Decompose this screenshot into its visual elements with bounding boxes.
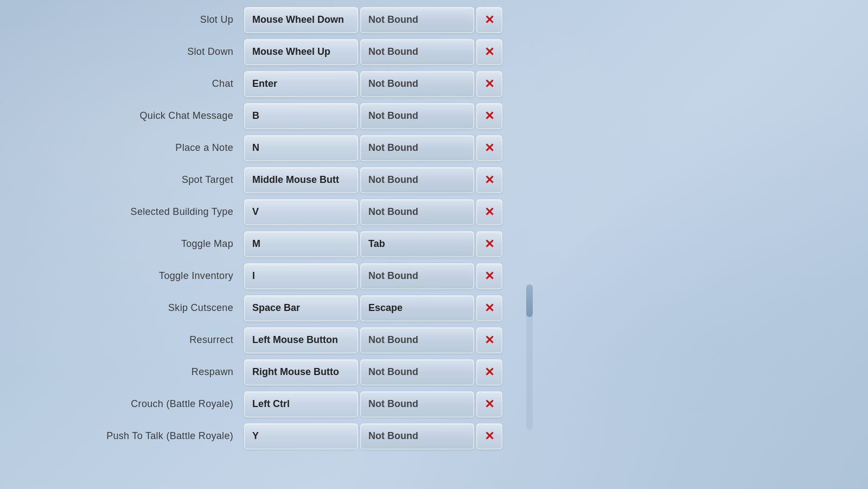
- keybind-row-toggle-inventory: Toggle InventoryINot Bound✕: [92, 261, 868, 291]
- action-label-spot-target: Spot Target: [92, 174, 244, 186]
- keybind-row-quick-chat-message: Quick Chat MessageBNot Bound✕: [92, 100, 868, 131]
- keybind-row-toggle-map: Toggle MapMTab✕: [92, 228, 868, 259]
- action-label-skip-cutscene: Skip Cutscene: [92, 302, 244, 314]
- secondary-binding-place-a-note[interactable]: Not Bound: [360, 135, 474, 161]
- primary-binding-spot-target[interactable]: Middle Mouse Butt: [244, 167, 358, 193]
- clear-button-slot-down[interactable]: ✕: [476, 39, 502, 65]
- action-label-crouch-battle-royale: Crouch (Battle Royale): [92, 398, 244, 410]
- x-icon: ✕: [484, 78, 494, 90]
- primary-binding-crouch-battle-royale[interactable]: Left Ctrl: [244, 391, 358, 417]
- x-icon: ✕: [484, 238, 494, 250]
- keybind-row-spot-target: Spot TargetMiddle Mouse ButtNot Bound✕: [92, 164, 868, 195]
- primary-binding-respawn[interactable]: Right Mouse Butto: [244, 359, 358, 385]
- x-icon: ✕: [484, 110, 494, 122]
- action-label-toggle-inventory: Toggle Inventory: [92, 270, 244, 282]
- keybind-row-resurrect: ResurrectLeft Mouse ButtonNot Bound✕: [92, 325, 868, 355]
- x-icon: ✕: [484, 14, 494, 26]
- clear-button-toggle-map[interactable]: ✕: [476, 231, 502, 257]
- primary-binding-resurrect[interactable]: Left Mouse Button: [244, 327, 358, 353]
- keybind-row-crouch-battle-royale: Crouch (Battle Royale)Left CtrlNot Bound…: [92, 389, 868, 420]
- clear-button-respawn[interactable]: ✕: [476, 359, 502, 385]
- primary-binding-toggle-inventory[interactable]: I: [244, 263, 358, 289]
- clear-button-toggle-inventory[interactable]: ✕: [476, 263, 502, 289]
- action-label-chat: Chat: [92, 78, 244, 90]
- clear-button-place-a-note[interactable]: ✕: [476, 135, 502, 161]
- x-icon: ✕: [484, 46, 494, 58]
- clear-button-quick-chat-message[interactable]: ✕: [476, 103, 502, 129]
- secondary-binding-resurrect[interactable]: Not Bound: [360, 327, 474, 353]
- x-icon: ✕: [484, 398, 494, 410]
- primary-binding-selected-building-type[interactable]: V: [244, 199, 358, 225]
- action-label-push-to-talk-battle-royale: Push To Talk (Battle Royale): [92, 430, 244, 442]
- keybind-table: Slot UpMouse Wheel DownNot Bound✕Slot Do…: [92, 0, 868, 489]
- clear-button-selected-building-type[interactable]: ✕: [476, 199, 502, 225]
- keybind-row-push-to-talk-battle-royale: Push To Talk (Battle Royale)YNot Bound✕: [92, 421, 868, 452]
- secondary-binding-slot-up[interactable]: Not Bound: [360, 7, 474, 33]
- primary-binding-slot-down[interactable]: Mouse Wheel Up: [244, 39, 358, 65]
- primary-binding-chat[interactable]: Enter: [244, 71, 358, 97]
- primary-binding-push-to-talk-battle-royale[interactable]: Y: [244, 423, 358, 449]
- secondary-binding-toggle-inventory[interactable]: Not Bound: [360, 263, 474, 289]
- clear-button-spot-target[interactable]: ✕: [476, 167, 502, 193]
- x-icon: ✕: [484, 206, 494, 218]
- action-label-slot-up: Slot Up: [92, 14, 244, 26]
- scrollbar-thumb[interactable]: [526, 284, 533, 317]
- keybind-row-slot-down: Slot DownMouse Wheel UpNot Bound✕: [92, 36, 868, 67]
- secondary-binding-push-to-talk-battle-royale[interactable]: Not Bound: [360, 423, 474, 449]
- keybind-row-place-a-note: Place a NoteNNot Bound✕: [92, 132, 868, 163]
- keybind-row-chat: ChatEnterNot Bound✕: [92, 68, 868, 99]
- action-label-toggle-map: Toggle Map: [92, 238, 244, 250]
- secondary-binding-quick-chat-message[interactable]: Not Bound: [360, 103, 474, 129]
- secondary-binding-spot-target[interactable]: Not Bound: [360, 167, 474, 193]
- x-icon: ✕: [484, 174, 494, 186]
- secondary-binding-chat[interactable]: Not Bound: [360, 71, 474, 97]
- x-icon: ✕: [484, 366, 494, 378]
- secondary-binding-skip-cutscene[interactable]: Escape: [360, 295, 474, 321]
- keybind-row-selected-building-type: Selected Building TypeVNot Bound✕: [92, 196, 868, 227]
- keybind-row-skip-cutscene: Skip CutsceneSpace BarEscape✕: [92, 293, 868, 323]
- action-label-selected-building-type: Selected Building Type: [92, 206, 244, 218]
- action-label-place-a-note: Place a Note: [92, 142, 244, 154]
- primary-binding-quick-chat-message[interactable]: B: [244, 103, 358, 129]
- action-label-resurrect: Resurrect: [92, 334, 244, 346]
- x-icon: ✕: [484, 430, 494, 442]
- x-icon: ✕: [484, 302, 494, 314]
- secondary-binding-respawn[interactable]: Not Bound: [360, 359, 474, 385]
- action-label-slot-down: Slot Down: [92, 46, 244, 58]
- x-icon: ✕: [484, 270, 494, 282]
- action-label-respawn: Respawn: [92, 366, 244, 378]
- clear-button-push-to-talk-battle-royale[interactable]: ✕: [476, 423, 502, 449]
- primary-binding-skip-cutscene[interactable]: Space Bar: [244, 295, 358, 321]
- clear-button-crouch-battle-royale[interactable]: ✕: [476, 391, 502, 417]
- secondary-binding-crouch-battle-royale[interactable]: Not Bound: [360, 391, 474, 417]
- clear-button-chat[interactable]: ✕: [476, 71, 502, 97]
- clear-button-slot-up[interactable]: ✕: [476, 7, 502, 33]
- clear-button-resurrect[interactable]: ✕: [476, 327, 502, 353]
- x-icon: ✕: [484, 334, 494, 346]
- primary-binding-toggle-map[interactable]: M: [244, 231, 358, 257]
- action-label-quick-chat-message: Quick Chat Message: [92, 110, 244, 122]
- x-icon: ✕: [484, 142, 494, 154]
- primary-binding-slot-up[interactable]: Mouse Wheel Down: [244, 7, 358, 33]
- clear-button-skip-cutscene[interactable]: ✕: [476, 295, 502, 321]
- secondary-binding-selected-building-type[interactable]: Not Bound: [360, 199, 474, 225]
- keybind-row-respawn: RespawnRight Mouse ButtoNot Bound✕: [92, 357, 868, 388]
- secondary-binding-toggle-map[interactable]: Tab: [360, 231, 474, 257]
- scrollbar-track: [526, 284, 533, 430]
- secondary-binding-slot-down[interactable]: Not Bound: [360, 39, 474, 65]
- primary-binding-place-a-note[interactable]: N: [244, 135, 358, 161]
- keybind-row-slot-up: Slot UpMouse Wheel DownNot Bound✕: [92, 4, 868, 35]
